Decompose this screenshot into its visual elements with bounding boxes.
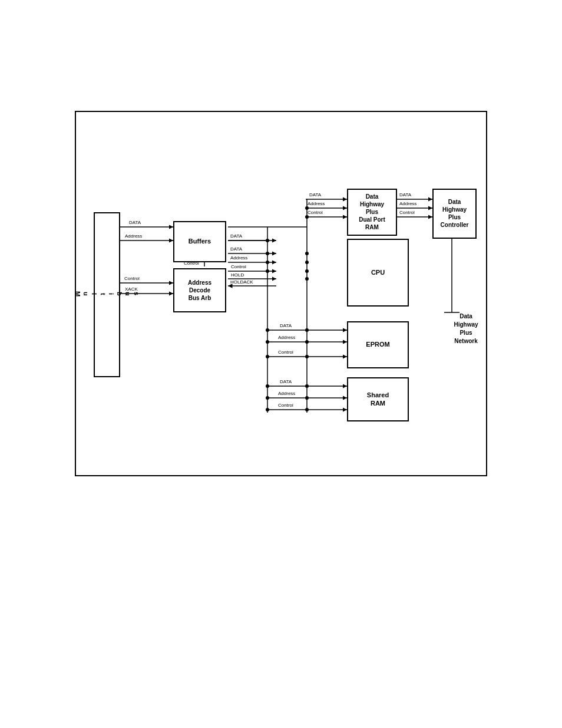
svg-text:Address: Address bbox=[308, 201, 325, 206]
svg-point-45 bbox=[266, 239, 269, 242]
svg-point-67 bbox=[305, 206, 309, 210]
block-diagram: DATA Address Control XACK DATA DATA Addr… bbox=[75, 111, 487, 476]
svg-text:DATA: DATA bbox=[129, 220, 141, 225]
svg-point-46 bbox=[266, 252, 269, 255]
svg-text:DATA: DATA bbox=[309, 192, 322, 197]
dhp-ram-label: DataHighwayPlusDual PortRAM bbox=[359, 193, 385, 231]
svg-point-49 bbox=[266, 328, 269, 332]
eprom-block: EPROM bbox=[347, 321, 409, 368]
svg-point-78 bbox=[305, 408, 309, 411]
svg-point-52 bbox=[266, 384, 269, 388]
svg-point-71 bbox=[305, 269, 309, 273]
svg-text:Control: Control bbox=[124, 276, 140, 281]
svg-text:HOLD: HOLD bbox=[231, 272, 244, 278]
buffers-block: Buffers bbox=[173, 221, 226, 262]
dhp-controller-label: DataHighwayPlusController bbox=[441, 198, 469, 229]
svg-point-72 bbox=[305, 277, 309, 281]
svg-point-75 bbox=[305, 355, 309, 358]
multibus-label: Multibus bbox=[73, 291, 140, 298]
svg-text:Control: Control bbox=[278, 350, 293, 355]
svg-text:DATA: DATA bbox=[230, 233, 243, 239]
dhp-controller-block: DataHighwayPlusController bbox=[432, 189, 477, 239]
svg-text:Address: Address bbox=[399, 201, 416, 206]
svg-point-68 bbox=[305, 215, 309, 219]
svg-text:Address: Address bbox=[278, 335, 295, 340]
cpu-block: CPU bbox=[347, 239, 409, 307]
svg-point-73 bbox=[305, 328, 309, 332]
svg-point-74 bbox=[305, 340, 309, 344]
svg-point-70 bbox=[305, 261, 309, 264]
svg-point-76 bbox=[305, 384, 309, 388]
svg-text:DATA: DATA bbox=[399, 192, 412, 197]
svg-point-48 bbox=[266, 269, 269, 273]
svg-point-53 bbox=[266, 396, 269, 400]
svg-point-51 bbox=[266, 355, 269, 358]
dhp-ram-block: DataHighwayPlusDual PortRAM bbox=[347, 189, 397, 236]
address-decode-label: AddressDecodeBus Arb bbox=[188, 279, 211, 302]
svg-point-77 bbox=[305, 396, 309, 400]
dhp-network-label: DataHighwayPlusNetwork bbox=[442, 312, 490, 345]
svg-text:DATA: DATA bbox=[230, 246, 243, 252]
svg-text:DATA: DATA bbox=[280, 323, 292, 328]
eprom-label: EPROM bbox=[366, 340, 389, 348]
cpu-label: CPU bbox=[371, 268, 385, 276]
svg-text:Control: Control bbox=[399, 210, 415, 215]
svg-point-50 bbox=[266, 340, 269, 344]
svg-point-69 bbox=[305, 252, 309, 255]
multibus-block: Multibus bbox=[94, 212, 120, 377]
svg-text:DATA: DATA bbox=[280, 379, 292, 384]
svg-text:Address: Address bbox=[278, 391, 295, 396]
svg-point-54 bbox=[266, 408, 269, 411]
svg-text:Control: Control bbox=[231, 264, 246, 269]
svg-point-47 bbox=[266, 261, 269, 264]
address-decode-block: AddressDecodeBus Arb bbox=[173, 268, 226, 312]
svg-text:Control: Control bbox=[308, 210, 323, 215]
shared-ram-label: SharedRAM bbox=[367, 391, 389, 408]
svg-text:Control: Control bbox=[278, 403, 293, 408]
svg-text:HOLDACK: HOLDACK bbox=[230, 279, 253, 285]
svg-text:Address: Address bbox=[230, 255, 247, 261]
buffers-label: Buffers bbox=[189, 237, 211, 245]
shared-ram-block: SharedRAM bbox=[347, 377, 409, 421]
svg-text:Address: Address bbox=[125, 233, 142, 239]
